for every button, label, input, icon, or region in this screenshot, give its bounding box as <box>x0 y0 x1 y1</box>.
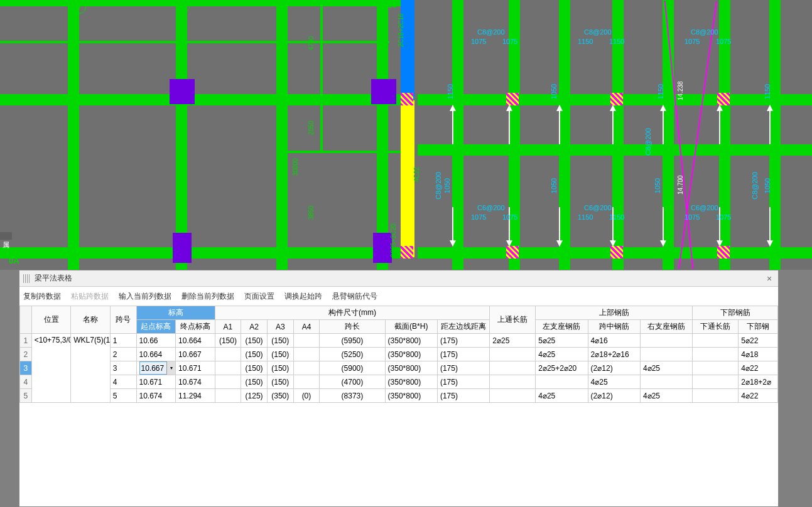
row-number[interactable]: 2 <box>20 348 32 361</box>
span-cell[interactable]: 5 <box>110 389 136 403</box>
mid-cell[interactable]: (2⌀12) <box>588 361 640 375</box>
a1-cell[interactable] <box>215 361 241 375</box>
bot-through-cell[interactable] <box>693 348 739 361</box>
edge-cell[interactable]: (175) <box>437 334 489 348</box>
table-row[interactable]: 5510.67411.294(125)(350)(0)(8373)(350*80… <box>20 389 778 403</box>
top-through-cell[interactable] <box>490 389 536 403</box>
col-start-elev[interactable]: 起点标高 <box>136 320 176 334</box>
a1-cell[interactable] <box>215 348 241 361</box>
span-len-cell[interactable]: (5900) <box>320 361 385 375</box>
span-cell[interactable]: 4 <box>110 375 136 389</box>
span-cell[interactable]: 3 <box>110 361 136 375</box>
input-col-button[interactable]: 输入当前列数据 <box>119 291 171 302</box>
a4-cell[interactable] <box>293 375 320 389</box>
col-size[interactable]: 构件尺寸(mm) <box>215 306 490 320</box>
col-bot-steel[interactable]: 下部钢 <box>739 320 778 334</box>
start-elev-cell[interactable]: 10.664 <box>136 348 176 361</box>
col-elevation[interactable]: 标高 <box>136 306 215 320</box>
table-grid[interactable]: 位置 名称 跨号 标高 构件尺寸(mm) 上通长筋 上部钢筋 下部钢筋 起点标高… <box>19 306 778 506</box>
beam[interactable] <box>276 0 288 270</box>
end-elev-cell[interactable]: 10.667 <box>176 348 215 361</box>
col-position[interactable]: 位置 <box>31 306 71 334</box>
a4-cell[interactable]: (0) <box>293 389 320 403</box>
row-number[interactable]: 4 <box>20 375 32 389</box>
end-elev-cell[interactable]: 10.674 <box>176 375 215 389</box>
a1-cell[interactable]: (150) <box>215 334 241 348</box>
beam[interactable] <box>769 0 781 270</box>
table-row[interactable]: 2210.66410.667(150)(150)(5250)(350*800)(… <box>20 348 778 361</box>
table-row[interactable]: 1<10+75,3/0A+50;10+75,D+200>WKL7(5)(10-1… <box>20 334 778 348</box>
left-support-cell[interactable]: 2⌀25+2⌀20 <box>536 361 588 375</box>
bot-through-cell[interactable] <box>693 361 739 375</box>
right-support-cell[interactable]: 4⌀25 <box>640 389 692 403</box>
span-cell[interactable]: 2 <box>110 348 136 361</box>
start-elev-cell[interactable]: 10.674 <box>136 389 176 403</box>
col-mid[interactable]: 跨中钢筋 <box>588 320 640 334</box>
edge-cell[interactable]: (175) <box>437 389 489 403</box>
a3-cell[interactable]: (150) <box>267 348 293 361</box>
name-cell[interactable]: WKL7(5)(10-15交3/0A--1/0A轴) <box>71 334 111 403</box>
mid-cell[interactable]: 4⌀25 <box>588 375 640 389</box>
a3-cell[interactable]: (150) <box>267 375 293 389</box>
beam[interactable] <box>0 247 414 259</box>
joint[interactable] <box>401 246 413 259</box>
end-elev-cell[interactable]: 11.294 <box>176 389 215 403</box>
column[interactable] <box>170 79 195 104</box>
left-support-cell[interactable]: 4⌀25 <box>536 389 588 403</box>
beam[interactable] <box>68 0 79 270</box>
section-cell[interactable]: (350*800) <box>385 389 437 403</box>
mid-cell[interactable]: 2⌀18+2⌀16 <box>588 348 640 361</box>
a4-cell[interactable] <box>293 348 320 361</box>
edge-cell[interactable]: (175) <box>437 375 489 389</box>
column[interactable] <box>373 233 392 263</box>
top-through-cell[interactable] <box>490 348 536 361</box>
a1-cell[interactable] <box>215 375 241 389</box>
bot-through-cell[interactable] <box>693 334 739 348</box>
a3-cell[interactable]: (350) <box>267 389 293 403</box>
col-a1[interactable]: A1 <box>215 320 241 334</box>
row-number[interactable]: 3 <box>20 361 32 375</box>
left-support-cell[interactable] <box>536 375 588 389</box>
col-section[interactable]: 截面(B*H) <box>385 320 437 334</box>
col-a4[interactable]: A4 <box>293 320 320 334</box>
col-span[interactable]: 跨号 <box>110 306 136 334</box>
a2-cell[interactable]: (125) <box>241 389 268 403</box>
col-left-support[interactable]: 左支座钢筋 <box>536 320 588 334</box>
dropdown-icon[interactable]: ▾ <box>166 361 175 375</box>
swap-start-button[interactable]: 调换起始跨 <box>284 291 322 302</box>
close-icon[interactable]: × <box>764 274 774 284</box>
span-len-cell[interactable]: (5950) <box>320 334 385 348</box>
left-support-cell[interactable]: 4⌀25 <box>536 348 588 361</box>
yellow-beam[interactable] <box>401 100 414 257</box>
end-elev-cell[interactable]: 10.664 <box>176 334 215 348</box>
start-elev-cell[interactable]: 10.671 <box>136 375 176 389</box>
col-edge[interactable]: 距左边线距离 <box>437 320 489 334</box>
beam[interactable] <box>559 0 570 270</box>
col-end-elev[interactable]: 终点标高 <box>176 320 215 334</box>
row-number[interactable]: 1 <box>20 334 32 348</box>
bot-through-cell[interactable] <box>693 389 739 403</box>
top-through-cell[interactable] <box>490 375 536 389</box>
sidebar-tab[interactable]: 属 <box>0 232 12 240</box>
a2-cell[interactable]: (150) <box>241 348 268 361</box>
col-right-support[interactable]: 右支座钢筋 <box>640 320 692 334</box>
copy-span-button[interactable]: 复制跨数据 <box>23 291 61 302</box>
right-support-cell[interactable] <box>640 334 692 348</box>
beam[interactable] <box>377 0 388 270</box>
section-cell[interactable]: (350*800) <box>385 334 437 348</box>
span-len-cell[interactable]: (4700) <box>320 375 385 389</box>
left-support-cell[interactable]: 5⌀25 <box>536 334 588 348</box>
table-row[interactable]: 4410.67110.674(150)(150)(4700)(350*800)(… <box>20 375 778 389</box>
span-len-cell[interactable]: (8373) <box>320 389 385 403</box>
a2-cell[interactable]: (150) <box>241 375 268 389</box>
bot-through-cell[interactable] <box>693 375 739 389</box>
grip-icon[interactable] <box>23 274 30 283</box>
col-bot-rebar[interactable]: 下部钢筋 <box>693 306 778 320</box>
end-elev-cell[interactable]: 10.671 <box>176 361 215 375</box>
top-through-cell[interactable] <box>490 361 536 375</box>
a1-cell[interactable] <box>215 389 241 403</box>
bot-steel-cell[interactable]: 4⌀22 <box>739 361 778 375</box>
col-a3[interactable]: A3 <box>267 320 293 334</box>
section-cell[interactable]: (350*800) <box>385 361 437 375</box>
edge-cell[interactable]: (175) <box>437 348 489 361</box>
